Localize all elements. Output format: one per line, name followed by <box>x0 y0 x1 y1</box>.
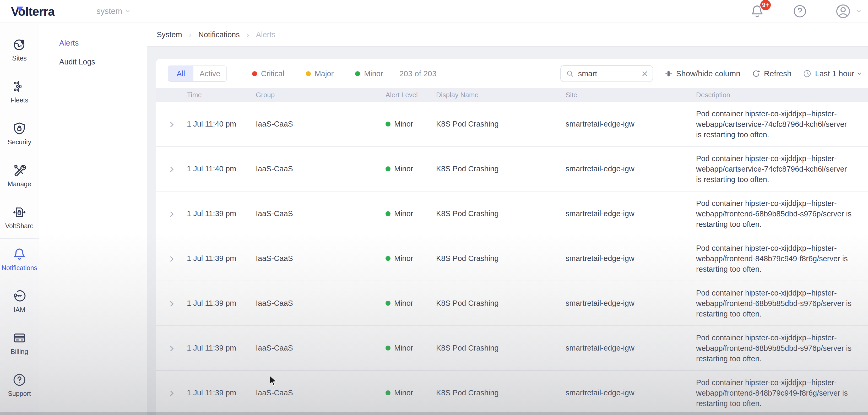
sidebar-item-billing[interactable]: Billing <box>0 322 39 364</box>
avatar-icon <box>836 4 851 19</box>
minor-dot-icon <box>385 346 391 351</box>
chevron-down-icon <box>857 9 861 12</box>
table-row[interactable]: 1 Jul 11:40 pm IaaS-CaaS Minor K8S Pod C… <box>156 146 868 191</box>
chevron-right-icon: › <box>189 30 192 39</box>
tab-label: Active <box>200 69 220 78</box>
cell-display-name: K8S Pod Crashing <box>436 209 565 218</box>
tools-icon <box>12 163 26 177</box>
sidebar-item-manage[interactable]: Manage <box>0 155 39 196</box>
breadcrumb-notifications[interactable]: Notifications <box>198 30 240 39</box>
cell-alert-level: Minor <box>385 388 436 397</box>
table-row[interactable]: 1 Jul 11:39 pm IaaS-CaaS Minor K8S Pod C… <box>156 281 868 325</box>
tenant-selector[interactable]: system <box>96 6 129 16</box>
expand-row-icon[interactable] <box>168 391 174 396</box>
column-header-description[interactable]: Description <box>696 91 868 99</box>
expand-row-icon[interactable] <box>168 122 174 127</box>
column-header-site[interactable]: Site <box>565 91 696 99</box>
sidebar-item-voltshare[interactable]: VoltShare <box>0 196 39 238</box>
notification-count-badge: 9+ <box>760 0 772 11</box>
breadcrumb: System › Notifications › Alerts <box>147 23 868 47</box>
cell-group: IaaS-CaaS <box>256 388 385 397</box>
table-row[interactable]: 1 Jul 11:39 pm IaaS-CaaS Minor K8S Pod C… <box>156 236 868 281</box>
breadcrumb-system[interactable]: System <box>157 30 182 39</box>
sidebar-item-label: Fleets <box>10 96 28 104</box>
show-hide-column-button[interactable]: Show/hide column <box>664 69 740 78</box>
minor-dot-icon <box>385 166 391 171</box>
tab-active[interactable]: Active <box>193 66 226 81</box>
search-icon <box>566 70 574 77</box>
cell-group: IaaS-CaaS <box>256 120 385 128</box>
cell-display-name: K8S Pod Crashing <box>436 299 565 308</box>
sidebar-item-label: IAM <box>13 306 25 314</box>
globe-icon <box>12 38 26 51</box>
sidebar-item-support[interactable]: Support <box>0 364 39 406</box>
cell-description: Pod container hipster-co-xijddjxp--hipst… <box>696 153 861 185</box>
table-row[interactable]: 1 Jul 11:39 pm IaaS-CaaS Minor K8S Pod C… <box>156 370 868 415</box>
column-header-time[interactable]: Time <box>187 91 256 99</box>
refresh-button[interactable]: Refresh <box>752 69 792 78</box>
expand-row-icon[interactable] <box>168 167 174 172</box>
key-icon <box>12 289 26 303</box>
cell-time: 1 Jul 11:40 pm <box>187 164 256 173</box>
help-icon <box>793 4 807 18</box>
fleet-signal-icon <box>12 79 26 93</box>
refresh-label: Refresh <box>764 69 792 78</box>
cell-description: Pod container hipster-co-xijddjxp--hipst… <box>696 332 861 364</box>
notifications-bell-button[interactable]: 9+ <box>750 4 764 18</box>
cell-description: Pod container hipster-co-xijddjxp--hipst… <box>696 288 861 319</box>
sidebar-item-security[interactable]: Security <box>0 113 39 155</box>
clear-search-icon[interactable]: × <box>642 68 648 79</box>
minor-dot-icon <box>385 301 391 306</box>
cell-site: smartretail-edge-igw <box>565 344 696 352</box>
credit-card-icon <box>12 331 26 345</box>
sidebar-item-iam[interactable]: IAM <box>0 280 39 322</box>
cell-group: IaaS-CaaS <box>256 344 385 352</box>
clock-icon <box>803 69 811 78</box>
cell-time: 1 Jul 11:39 pm <box>187 299 256 308</box>
cell-alert-level: Minor <box>385 299 436 308</box>
cell-description: Pod container hipster-co-xijddjxp--hipst… <box>696 198 861 229</box>
column-header-alert-level[interactable]: Alert Level <box>385 91 436 99</box>
column-header-display-name[interactable]: Display Name <box>436 91 565 99</box>
sidebar-item-fleets[interactable]: Fleets <box>0 71 39 113</box>
all-active-toggle: All Active <box>168 65 227 82</box>
user-menu[interactable] <box>836 4 860 19</box>
subnav-item-audit-logs[interactable]: Audit Logs <box>39 53 147 71</box>
legend-critical: Critical <box>252 69 284 78</box>
volterra-logo: Volterra <box>11 4 55 19</box>
expand-row-icon[interactable] <box>168 256 174 262</box>
sidebar-item-notifications[interactable]: Notifications <box>0 238 39 280</box>
expand-row-icon[interactable] <box>168 212 174 217</box>
time-range-select[interactable]: Last 1 hour <box>803 69 861 78</box>
tab-all[interactable]: All <box>168 66 193 81</box>
cell-display-name: K8S Pod Crashing <box>436 388 565 397</box>
table-row[interactable]: 1 Jul 11:39 pm IaaS-CaaS Minor K8S Pod C… <box>156 191 868 236</box>
column-header-group[interactable]: Group <box>256 91 385 99</box>
content-area: All Active Critical <box>147 47 868 415</box>
expand-row-icon[interactable] <box>168 346 174 351</box>
help-button[interactable] <box>793 4 807 18</box>
table-header: Time Group Alert Level Display Name Site… <box>156 88 868 101</box>
search-input[interactable] <box>578 69 638 78</box>
minor-dot-icon <box>385 211 391 216</box>
table-row[interactable]: 1 Jul 11:39 pm IaaS-CaaS Minor K8S Pod C… <box>156 325 868 370</box>
sidebar-item-label: Manage <box>8 180 31 188</box>
subnav-item-alerts[interactable]: Alerts <box>39 34 147 53</box>
app-root: Volterra system 9+ <box>0 0 868 415</box>
critical-dot-icon <box>252 71 257 76</box>
cell-group: IaaS-CaaS <box>256 299 385 308</box>
refresh-icon <box>752 69 760 78</box>
sidebar-item-label: Sites <box>12 55 27 62</box>
legend-minor: Minor <box>355 69 383 78</box>
legend-label: Minor <box>364 69 383 78</box>
expand-row-icon[interactable] <box>168 301 174 307</box>
secondary-sidebar: Alerts Audit Logs <box>39 23 147 415</box>
top-bar: Volterra system 9+ <box>0 0 868 23</box>
time-range-label: Last 1 hour <box>815 69 855 78</box>
cell-time: 1 Jul 11:39 pm <box>187 209 256 218</box>
table-row[interactable]: 1 Jul 11:40 pm IaaS-CaaS Minor K8S Pod C… <box>156 101 868 146</box>
cell-alert-level: Minor <box>385 164 436 173</box>
result-count: 203 of 203 <box>399 69 437 78</box>
sidebar-item-sites[interactable]: Sites <box>0 29 39 71</box>
cell-alert-level: Minor <box>385 344 436 352</box>
